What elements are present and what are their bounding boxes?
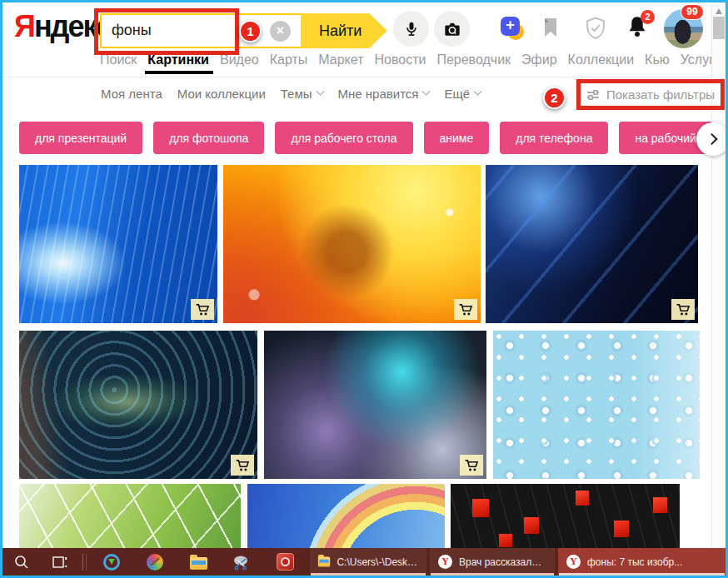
task-view-icon [52, 555, 68, 570]
taskbar-window-explorer[interactable]: C:\Users\-\Desktop... [310, 548, 426, 576]
chips-next-button[interactable] [696, 122, 728, 156]
yandex-plus-icon[interactable]: + [501, 17, 527, 43]
notifications-badge: 2 [641, 10, 655, 24]
annotation-step-2: 2 [543, 87, 566, 109]
chevron-right-icon [706, 133, 718, 145]
taskbar-window-browser-active[interactable]: Y фоны: 7 тыс изобр... [558, 548, 726, 576]
image-search-button[interactable] [434, 11, 470, 47]
search-icon [13, 554, 30, 571]
plus-blue-circle: + [501, 17, 520, 36]
scrollbar-thumb[interactable] [713, 17, 725, 39]
camera-icon [443, 21, 461, 37]
taskbar-window-browser-1[interactable]: Y Врач рассказала, к... [430, 548, 555, 576]
folder-icon [190, 557, 207, 570]
filters-sliders-icon [586, 89, 600, 101]
yandex-browser-icon: Y [438, 555, 452, 569]
yandex-logo[interactable]: Яндекс [14, 9, 111, 44]
microphone-icon [403, 20, 420, 38]
updater-icon [103, 554, 120, 571]
window-title: фоны: 7 тыс изобр... [587, 556, 682, 568]
search-input-value[interactable]: фоны [112, 22, 152, 39]
result-thumbnail-blue-shards[interactable] [486, 165, 698, 323]
subnav-my-collections[interactable]: Мои коллекции [177, 87, 266, 101]
chip-for-presentations[interactable]: для презентаций [19, 122, 142, 154]
tab-images[interactable]: Картинки [147, 52, 209, 67]
subnav-my-feed[interactable]: Моя лента [101, 87, 162, 101]
service-tabs: Поиск Картинки Видео Карты Маркет Новост… [100, 52, 721, 67]
show-filters-label: Показать фильтры [606, 87, 715, 102]
chevron-down-icon [474, 87, 482, 96]
taskbar-app-paint[interactable] [133, 548, 177, 576]
bookmarks-icon[interactable] [541, 17, 561, 43]
tab-video[interactable]: Видео [220, 52, 259, 67]
taskbar-app-snipping[interactable] [220, 548, 263, 576]
windows-taskbar: C:\Users\-\Desktop... Y Врач рассказала,… [2, 548, 726, 576]
taskbar-separator [82, 554, 87, 571]
logo-letter-ya: Я [14, 9, 34, 43]
taskbar-app-updater[interactable] [90, 548, 133, 576]
chevron-down-icon [316, 87, 324, 96]
result-thumbnail-teal-waves[interactable] [19, 331, 257, 479]
taskbar-search-button[interactable] [2, 548, 41, 576]
tab-q[interactable]: Кью [645, 52, 670, 67]
tab-news[interactable]: Новости [374, 52, 426, 67]
chip-for-photoshop[interactable]: для фотошопа [153, 122, 264, 154]
scrollbar-up-arrow-icon[interactable] [716, 8, 722, 14]
window-title: Врач рассказала, к... [459, 556, 546, 568]
result-thumbnail-water-drops[interactable] [493, 331, 700, 479]
tab-efir[interactable]: Эфир [521, 52, 557, 67]
result-thumbnail-blue-light-streaks[interactable] [19, 165, 217, 323]
images-subnav: Моя лента Мои коллекции Темы Мне нравитс… [101, 87, 481, 101]
chip-anime[interactable]: аниме [424, 122, 490, 154]
search-submit-button[interactable]: Найти [301, 13, 387, 48]
clear-search-icon[interactable]: × [270, 21, 291, 42]
result-thumbnail-green-polygons[interactable] [19, 484, 241, 551]
subnav-themes[interactable]: Темы [281, 87, 323, 101]
tab-market[interactable]: Маркет [318, 52, 363, 67]
cart-icon[interactable] [460, 455, 483, 476]
result-thumbnail-black-red-cubes[interactable] [451, 484, 680, 551]
result-thumbnail-orange-butterfly[interactable] [223, 165, 481, 323]
task-view-button[interactable] [41, 548, 79, 576]
search-field[interactable]: фоны × [100, 13, 302, 48]
taskbar-app-explorer[interactable] [177, 548, 220, 576]
tab-collections[interactable]: Коллекции [568, 52, 634, 67]
yandex-browser-icon: Y [566, 555, 581, 569]
cart-icon[interactable] [191, 299, 214, 320]
related-query-chips: для презентаций для фотошопа для рабочег… [19, 122, 728, 154]
folder-icon [318, 556, 331, 566]
voice-search-button[interactable] [393, 11, 429, 47]
tab-search[interactable]: Поиск [100, 52, 137, 67]
avatar-badge: 99 [681, 4, 704, 20]
window-title: C:\Users\-\Desktop... [337, 556, 418, 568]
result-thumbnail-rainbow-curves[interactable] [247, 484, 445, 551]
snipping-tool-icon [232, 554, 251, 571]
paint-palette-icon [147, 554, 163, 571]
chevron-down-icon [422, 87, 431, 96]
red-camera-icon [277, 553, 294, 571]
result-thumbnail-nebula-clouds[interactable] [264, 331, 486, 479]
cart-icon[interactable] [454, 299, 477, 320]
subnav-more[interactable]: Ещё [444, 87, 481, 101]
chip-for-phone[interactable]: для телефона [500, 122, 608, 154]
taskbar-app-screenshot[interactable] [263, 548, 307, 576]
tab-maps[interactable]: Карты [270, 52, 308, 67]
chip-for-desktop[interactable]: для рабочего стола [275, 122, 412, 154]
cart-icon[interactable] [671, 299, 695, 320]
cart-icon[interactable] [231, 455, 254, 476]
header-divider [2, 77, 726, 77]
annotation-step-1: 1 [239, 20, 262, 42]
show-filters-button[interactable]: Показать фильтры [576, 79, 725, 110]
tab-translate[interactable]: Переводчик [436, 52, 511, 67]
subnav-liked[interactable]: Мне нравится [338, 87, 430, 101]
yandex-images-window: { "header": { "logo_ya": "Я", "logo_rest… [0, 0, 728, 578]
protect-shield-icon[interactable] [583, 16, 608, 46]
notifications-button[interactable]: 2 [626, 15, 654, 43]
